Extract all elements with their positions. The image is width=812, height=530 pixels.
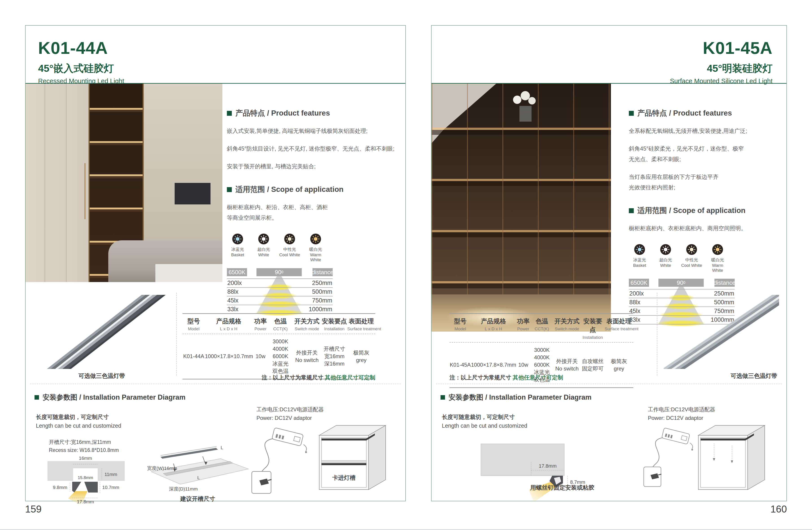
power-note: 工作电压:DC12V电源适配器 Power: DC12V adaptor — [257, 405, 324, 422]
page-title: K01-44A — [38, 38, 124, 58]
row-line — [227, 278, 333, 279]
light-color-icons: 冰蓝光 Basket 超白光 White 中性光 Cool White — [629, 244, 777, 273]
col-header: 产品规格L x D x H — [471, 317, 516, 340]
light-icon-label-en: Warm White — [305, 252, 327, 262]
row-line — [227, 305, 333, 305]
light-icon-item: 中性光 Cool White — [279, 234, 301, 262]
lux-value: 200lx — [227, 280, 242, 287]
cell-cct: 3000K4000K6000K冰蓝光双色温 — [269, 338, 292, 375]
cell-model: K01-44A — [183, 338, 205, 375]
row-line — [227, 287, 333, 288]
green-square-icon — [227, 187, 232, 192]
custom-size-note: 注：以上尺寸为常规尺寸 其他任意尺寸可定制 — [183, 374, 375, 381]
features-heading-label: 产品特点 / Product features — [637, 108, 732, 118]
beam-angle-value: 90 — [275, 269, 281, 276]
col-header: 安装要点Installation — [321, 317, 347, 331]
green-square-icon — [629, 208, 634, 213]
scope-heading-label: 适用范围 / Scope of application — [235, 184, 344, 195]
cool-white-light-icon — [284, 234, 295, 245]
feature-line: 安装于预开的槽里, 与槽边完美贴合; — [227, 163, 400, 170]
col-header: 表面处理Surface treatment — [605, 317, 633, 340]
distance-bar: distance — [714, 279, 735, 287]
features-heading: 产品特点 / Product features — [227, 108, 400, 118]
vertical-divider — [176, 293, 177, 376]
green-square-icon — [440, 395, 445, 400]
distance-bar: distance — [313, 268, 333, 276]
spec-table-row: K01-44A 1000×17.8×10.7mm 10w 3000K4000K6… — [183, 334, 375, 379]
lux-value: 45lx — [227, 297, 238, 304]
col-header: 色温CCT(K) — [269, 317, 292, 331]
light-icon-item: 中性光 Cool White — [681, 244, 702, 273]
col-header: 开关方式Switch mode — [553, 317, 581, 340]
groove-board-diagram: L 宽度(W)16mm L 深度(D)11mm — [147, 443, 254, 498]
strip-caption: 可选做三色温灯带 — [30, 372, 174, 380]
groove-caption: 建议开槽尺寸 — [180, 495, 215, 503]
col-header: 型号Model — [183, 317, 205, 331]
white-light-icon — [660, 244, 671, 255]
install-section-heading: 安装参数图 / Installation Parameter Diagram — [440, 393, 591, 402]
photometric-header-bars: 6500K 900 distance — [629, 279, 735, 287]
col-header: 安装要点Installation — [581, 317, 605, 340]
green-square-icon — [629, 111, 634, 116]
dim-15-8mm: 15.8mm — [78, 475, 93, 480]
ice-blue-light-icon — [232, 234, 243, 245]
info-column: 产品特点 / Product features 嵌入式安装,简单便捷, 高端无氧… — [227, 108, 400, 313]
scope-heading: 适用范围 / Scope of application — [629, 206, 777, 215]
col-header: 产品规格L x D x H — [205, 317, 252, 331]
power-note: 工作电压:DC12V电源适配器 Power: DC12V adaptor — [648, 405, 715, 422]
dim-9-8mm: 9.8mm — [53, 485, 67, 490]
col-header: 功率Power — [252, 317, 269, 331]
col-header: 功率Power — [516, 317, 531, 340]
distance-value: 1000mm — [309, 306, 332, 313]
photometric-header-bars: 6500K 900 distance — [227, 268, 333, 276]
light-icon-item: 超白光 White — [253, 234, 274, 262]
distance-value: 500mm — [312, 288, 332, 295]
light-icon-item: 超白光 White — [655, 244, 676, 273]
cross-section-diagram: 16mm 11mm 15.8mm 9.8mm 10.7mm 17.8mm — [46, 455, 131, 505]
section-divider — [30, 384, 401, 384]
feature-line: 光效便往柜内照射; — [629, 184, 777, 191]
cabinet-label: 卡进灯槽 — [332, 474, 356, 481]
col-header: 色温CCT(K) — [531, 317, 553, 340]
white-light-icon — [258, 234, 269, 245]
scope-heading: 适用范围 / Scope of application — [227, 184, 400, 195]
install-section-label: 安装参数图 / Installation Parameter Diagram — [449, 393, 591, 402]
door-handle — [85, 163, 85, 219]
beam-angle-bar: 900 — [658, 279, 704, 287]
beam-angle-sup: 0 — [281, 270, 284, 274]
lux-value: 88lx — [227, 288, 238, 295]
profile-strip-image — [30, 295, 174, 369]
scope-line: 等商业空间展示柜。 — [227, 214, 400, 222]
cell-surface: 极简灰grey — [347, 338, 375, 375]
feature-line: 斜角45°防炫目设计, 见光不见灯, 迷你型极窄、无光点、柔和不刺眼; — [227, 145, 400, 152]
feature-line: 全系标配无氧铜线,无须开槽,安装便捷,用途广泛; — [629, 127, 777, 135]
photometric-chart: 6500K 900 distance 200lx 88lx 45lx 33lx — [227, 268, 333, 313]
light-spot — [257, 301, 301, 308]
distance-value: 250mm — [312, 280, 332, 287]
scope-heading-label: 适用范围 / Scope of application — [637, 206, 745, 215]
install-section-label: 安装参数图 / Installation Parameter Diagram — [43, 393, 185, 402]
custom-size-note: 注：以上尺寸为常规尺寸 其他任意尺寸可定制 — [449, 374, 633, 381]
dim-17-8mm: 17.8mm — [539, 463, 556, 469]
light-icon-label-en: White — [253, 252, 274, 257]
beam-angle-bar: 900 — [257, 268, 302, 276]
product-photo-wardrobe — [26, 84, 222, 282]
light-icon-item: 冰蓝光 Basket — [227, 234, 248, 262]
cabinet-diagram: 卡进灯槽 — [315, 421, 400, 498]
cct-bar: 6500K — [227, 268, 247, 276]
light-icon-label-cn: 暖白光 — [305, 247, 327, 252]
aluminum-profile — [30, 295, 174, 369]
photometric-rows: 200lx 88lx 45lx 33lx 250mm 500mm 750mm 1… — [227, 278, 333, 313]
warm-white-light-icon — [310, 234, 321, 245]
mount-caption: 用螺丝钉固定安装或粘胶 — [530, 484, 594, 492]
spec-table: 型号Model 产品规格L x D x H 功率Power 色温CCT(K) 开… — [183, 313, 375, 379]
light-icon-label-en: Basket — [227, 252, 248, 257]
feature-line: 斜角45°硅胶柔光，见光不见灯，迷你型、极窄 — [629, 145, 777, 152]
page-number-right: 160 — [770, 503, 787, 515]
strip-caption: 可选做三色温灯带 — [664, 372, 779, 380]
col-header: 开关方式Switch mode — [292, 317, 321, 331]
board-depth-label: 深度(D)11mm — [169, 486, 198, 491]
surface-mount-diagram: 17.8mm 8.7mm — [474, 441, 591, 509]
features-heading-label: 产品特点 / Product features — [235, 108, 330, 118]
ice-blue-light-icon — [634, 244, 645, 255]
